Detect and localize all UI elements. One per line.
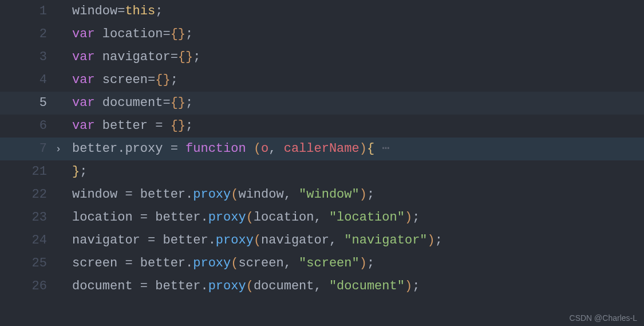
code-line[interactable]: 24navigator = better.proxy(navigator, "n…	[0, 229, 644, 252]
token: =	[117, 4, 125, 18]
token: (	[246, 210, 254, 225]
code-line[interactable]: 26document = better.proxy(document, "doc…	[0, 275, 644, 298]
token: ;	[80, 164, 87, 179]
code-content[interactable]: better.proxy = function (o, callerName){…	[65, 138, 390, 160]
token: {}	[171, 119, 185, 133]
token: location	[95, 27, 163, 41]
token: ;	[193, 50, 200, 64]
token: screen	[95, 73, 148, 87]
line-number[interactable]: 26	[0, 275, 52, 298]
code-content[interactable]: window=this;	[65, 0, 163, 23]
token: .	[200, 279, 208, 293]
token: "screen"	[299, 256, 359, 270]
token: var	[72, 96, 95, 110]
token: ;	[185, 119, 193, 133]
line-number[interactable]: 23	[0, 206, 52, 229]
line-number[interactable]: 2	[0, 23, 52, 46]
token: .	[200, 210, 208, 225]
code-line[interactable]: 7›better.proxy = function (o, callerName…	[0, 138, 644, 160]
token: better	[140, 187, 185, 202]
token: =	[125, 256, 140, 270]
line-number[interactable]: 24	[0, 229, 52, 252]
code-content[interactable]: var screen={};	[65, 69, 178, 92]
token: document	[72, 279, 140, 293]
code-content[interactable]: var better = {};	[65, 115, 193, 138]
token: =	[163, 27, 170, 41]
code-content[interactable]: var navigator={};	[65, 46, 200, 69]
token: ,	[314, 279, 329, 293]
code-content[interactable]: var document={};	[65, 92, 193, 115]
token: {	[367, 142, 374, 156]
code-content[interactable]: document = better.proxy(document, "docum…	[65, 275, 420, 298]
token: screen	[72, 256, 125, 270]
code-line[interactable]: 3var navigator={};	[0, 46, 644, 69]
line-number[interactable]: 5	[0, 92, 52, 115]
code-content[interactable]: navigator = better.proxy(navigator, "nav…	[65, 229, 442, 252]
code-line[interactable]: 5var document={};	[0, 92, 644, 115]
code-line[interactable]: 23location = better.proxy(location, "loc…	[0, 206, 644, 229]
line-number[interactable]: 21	[0, 160, 52, 183]
token: (	[254, 233, 261, 248]
token: navigator	[72, 233, 148, 248]
token: ⋯	[374, 142, 389, 156]
token: var	[72, 119, 95, 133]
token: .	[117, 142, 125, 156]
token: better	[95, 119, 156, 133]
watermark: CSDN @Charles-L	[570, 313, 637, 323]
fold-toggle-icon[interactable]: ›	[52, 138, 65, 160]
token: document	[95, 96, 163, 110]
token: =	[171, 50, 178, 64]
code-content[interactable]: var location={};	[65, 23, 193, 46]
token: =	[148, 233, 163, 248]
token: =	[140, 279, 155, 293]
token: window	[238, 187, 283, 202]
token: better	[140, 256, 185, 270]
token: var	[72, 27, 95, 41]
line-number[interactable]: 22	[0, 183, 52, 206]
line-number[interactable]: 4	[0, 69, 52, 92]
token: "document"	[329, 279, 405, 293]
token: ;	[367, 187, 374, 202]
code-line[interactable]: 21};	[0, 160, 644, 183]
line-number[interactable]: 25	[0, 252, 52, 275]
code-editor[interactable]: 1window=this;2var location={};3var navig…	[0, 0, 644, 298]
code-content[interactable]: location = better.proxy(location, "locat…	[65, 206, 420, 229]
code-line[interactable]: 2var location={};	[0, 23, 644, 46]
token: navigator	[95, 50, 171, 64]
token: )	[359, 256, 367, 270]
token: =	[148, 73, 155, 87]
token: location	[254, 210, 314, 225]
code-line[interactable]: 1window=this;	[0, 0, 644, 23]
code-line[interactable]: 6var better = {};	[0, 115, 644, 138]
code-line[interactable]: 25screen = better.proxy(screen, "screen"…	[0, 252, 644, 275]
token	[246, 142, 254, 156]
token: proxy	[208, 210, 246, 225]
token: better	[155, 279, 200, 293]
code-content[interactable]: window = better.proxy(window, "window");	[65, 183, 374, 206]
token: )	[359, 142, 367, 156]
token: .	[208, 233, 216, 248]
line-number[interactable]: 6	[0, 115, 52, 138]
code-content[interactable]: };	[65, 160, 87, 183]
line-number[interactable]: 3	[0, 46, 52, 69]
token: {}	[171, 96, 185, 110]
code-content[interactable]: screen = better.proxy(screen, "screen");	[65, 252, 374, 275]
token: =	[140, 210, 155, 225]
token: (	[231, 256, 238, 270]
token: better	[163, 233, 208, 248]
code-line[interactable]: 22window = better.proxy(window, "window"…	[0, 183, 644, 206]
token: "location"	[329, 210, 405, 225]
token: function	[185, 142, 246, 156]
token: (	[246, 279, 254, 293]
token: ;	[185, 96, 193, 110]
token: location	[72, 210, 140, 225]
line-number[interactable]: 1	[0, 0, 52, 23]
line-number[interactable]: 7	[0, 138, 52, 160]
code-line[interactable]: 4var screen={};	[0, 69, 644, 92]
token: var	[72, 73, 95, 87]
token: .	[185, 256, 193, 270]
token: better	[155, 210, 200, 225]
token: proxy	[193, 187, 231, 202]
token: )	[428, 233, 435, 248]
token: this	[125, 4, 155, 18]
